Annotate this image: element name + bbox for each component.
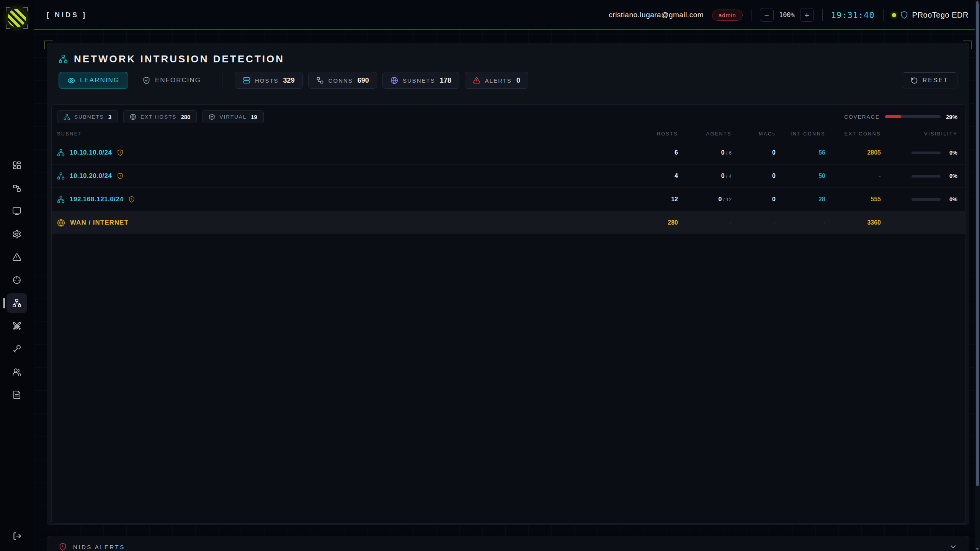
topbar: [ NIDS ] cristiano.lugara@gmail.com admi… <box>0 0 980 30</box>
app-logo[interactable] <box>6 7 28 29</box>
zoom-out-button[interactable]: − <box>760 8 774 22</box>
reset-label: RESET <box>923 77 949 84</box>
scrollbar-thumb[interactable] <box>976 3 979 486</box>
zoom-in-button[interactable]: + <box>800 8 814 22</box>
subnet-link[interactable]: 10.10.20.0/24 <box>70 172 112 180</box>
nids-alerts-header[interactable]: NIDS ALERTS <box>47 536 969 551</box>
logo-bracket-corner <box>6 7 10 11</box>
table-row-subnet[interactable]: 192.168.121.0/24 12 0/ 12 0 28 555 0% <box>52 187 965 211</box>
sidebar-item-credentials[interactable] <box>7 339 27 359</box>
connections-icon <box>316 77 324 84</box>
table-row-subnet[interactable]: 10.10.20.0/24 4 0/ 4 0 50 - 0% <box>52 164 965 187</box>
divider <box>222 72 222 89</box>
clock: 19:31:40 <box>831 10 875 20</box>
sidebar-item-network-active[interactable] <box>7 293 27 313</box>
globe-icon <box>390 77 398 84</box>
warning-triangle-icon <box>12 253 21 262</box>
chevron-down-icon[interactable] <box>949 543 957 551</box>
shield-check-icon <box>142 77 150 85</box>
chip-value: 280 <box>181 114 190 120</box>
macs-value: 0 <box>732 196 776 203</box>
stat-value: 690 <box>358 77 369 85</box>
divider <box>883 9 884 21</box>
nids-panel: NETWORK INTRUSION DETECTION LEARNING ENF… <box>47 43 969 525</box>
learning-mode-button[interactable]: LEARNING <box>59 72 128 89</box>
visibility-percent: 0% <box>947 150 957 156</box>
document-icon <box>12 390 21 399</box>
grid-dashboard-icon <box>12 161 21 170</box>
stat-value: 329 <box>283 77 295 85</box>
hosts-value: 12 <box>628 196 678 203</box>
ext-conns-value: - <box>825 173 881 179</box>
subnet-link[interactable]: 192.168.121.0/24 <box>70 196 123 203</box>
hosts-value: 280 <box>628 219 678 226</box>
alerts-panel-title: NIDS ALERTS <box>73 544 125 550</box>
logo-bracket-corner <box>6 24 10 29</box>
column-header-hosts: HOSTS <box>628 131 678 137</box>
alerts-stat: ALERTS 0 <box>465 72 528 89</box>
agents-total: / 12 <box>723 197 732 202</box>
ext-conns-value: 2805 <box>825 149 881 156</box>
column-header-macs: MACs <box>732 131 776 137</box>
sidebar-item-alerts[interactable] <box>7 247 27 267</box>
network-tree-icon <box>12 298 21 308</box>
chip-label: SUBNETS <box>74 114 104 120</box>
subnets-table-panel: SUBNETS 3 EXT HOSTS 280 VIRTUAL 19 COVER… <box>51 104 965 524</box>
int-conns-value: 28 <box>776 196 825 203</box>
table-row-subnet[interactable]: 10.10.10.0/24 6 0/ 6 0 56 2805 0% <box>52 141 965 164</box>
scroll-down-arrow-icon[interactable] <box>976 548 979 550</box>
coverage-bar-track <box>885 115 941 118</box>
wan-label: WAN / INTERNET <box>70 219 129 227</box>
int-conns-value: - <box>776 219 825 226</box>
subnet-link[interactable]: 10.10.10.0/24 <box>70 149 112 156</box>
visibility-percent: 0% <box>947 173 957 179</box>
enforcing-mode-button[interactable]: ENFORCING <box>134 72 210 89</box>
striped-ball-logo-icon <box>8 9 26 27</box>
nids-alerts-panel: NIDS ALERTS <box>47 536 969 551</box>
brand: PRooTego EDR <box>892 11 969 20</box>
logo-bracket-corner <box>23 7 28 11</box>
table-row-wan[interactable]: WAN / INTERNET 280 - - - 3360 <box>52 211 965 234</box>
logout-icon <box>12 531 22 541</box>
shield-brand-icon <box>900 11 908 19</box>
chip-value: 3 <box>108 114 111 120</box>
role-badge: admin <box>712 10 743 21</box>
package-box-icon <box>209 114 215 120</box>
panel-corner-bracket <box>44 41 53 49</box>
sidebar-item-detection[interactable] <box>7 270 27 290</box>
agents-total: / 6 <box>726 150 732 156</box>
sidebar-item-logout[interactable] <box>0 531 34 541</box>
gear-icon <box>12 230 21 239</box>
globe-icon <box>130 114 136 120</box>
network-tree-icon <box>57 172 65 180</box>
panel-corner-bracket <box>963 41 972 49</box>
coverage-percent: 29% <box>946 114 957 120</box>
crosshair-target-icon <box>12 276 21 285</box>
sidebar-item-topology[interactable] <box>7 178 27 198</box>
divider <box>822 9 823 21</box>
sidebar-item-reports[interactable] <box>7 385 27 405</box>
sidebar-item-attack[interactable] <box>7 316 27 336</box>
learning-label: LEARNING <box>80 77 119 84</box>
agents-value: 0 <box>721 149 725 156</box>
ext-hosts-summary-chip: EXT HOSTS 280 <box>123 110 197 123</box>
subnets-stat: SUBNETS 178 <box>382 72 459 89</box>
crossed-swords-icon <box>12 321 21 331</box>
int-conns-value: 50 <box>776 173 825 179</box>
vertical-scrollbar[interactable] <box>975 0 980 551</box>
visibility-bar <box>911 175 941 178</box>
users-icon <box>12 367 21 377</box>
enforcing-label: ENFORCING <box>155 77 201 84</box>
warning-triangle-icon <box>473 77 480 84</box>
sidebar-item-endpoints[interactable] <box>7 201 27 221</box>
sidebar-item-users[interactable] <box>7 362 27 382</box>
user-email: cristiano.lugara@gmail.com <box>609 11 704 19</box>
chip-label: EXT HOSTS <box>140 114 176 120</box>
macs-value: 0 <box>732 173 776 179</box>
sidebar <box>0 0 34 551</box>
sidebar-item-settings[interactable] <box>7 224 27 244</box>
stat-label: SUBNETS <box>403 77 435 84</box>
sidebar-item-dashboard[interactable] <box>7 155 27 175</box>
network-tree-icon <box>64 114 70 120</box>
reset-button[interactable]: RESET <box>902 72 957 88</box>
